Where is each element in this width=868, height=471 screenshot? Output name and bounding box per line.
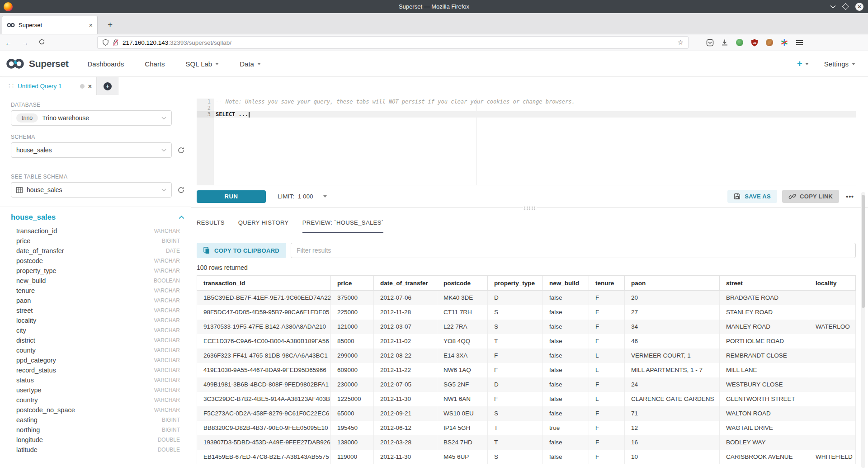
- splitter-grip-icon[interactable]: [523, 206, 537, 210]
- save-as-button[interactable]: SAVE AS: [727, 190, 777, 203]
- schema-column-row: countryVARCHAR: [11, 395, 188, 405]
- column-header[interactable]: transaction_id: [197, 276, 331, 291]
- column-header[interactable]: date_of_transfer: [374, 276, 437, 291]
- table-cell: 499B1981-3B6B-4BCD-808F-9FED9802BFA1: [197, 377, 331, 392]
- column-header[interactable]: tenure: [589, 276, 625, 291]
- results-tab-0[interactable]: RESULTS: [197, 208, 225, 233]
- chevron-down-icon: [805, 63, 809, 65]
- table-cell: 24: [625, 377, 720, 392]
- table-cell: [809, 421, 856, 435]
- table-select[interactable]: house_sales: [11, 182, 172, 198]
- schema-column-row: priceBIGINT: [11, 236, 188, 246]
- downloads-icon[interactable]: [721, 38, 729, 47]
- drag-handle-icon[interactable]: ⋮⋮: [7, 83, 14, 89]
- reload-icon[interactable]: [33, 38, 50, 47]
- chevron-down-icon: [323, 195, 327, 198]
- back-icon[interactable]: ←: [0, 39, 17, 47]
- pocket-icon[interactable]: [706, 38, 714, 47]
- filter-results-input[interactable]: [291, 243, 856, 258]
- nav-items: DashboardsChartsSQL LabData: [87, 60, 260, 68]
- table-cell: [809, 406, 856, 421]
- nav-item-dashboards[interactable]: Dashboards: [87, 60, 124, 68]
- plus-icon: +: [797, 59, 802, 68]
- column-name: latitude: [16, 446, 158, 453]
- more-options-icon[interactable]: •••: [844, 193, 856, 200]
- database-select[interactable]: trino Trino warehouse: [11, 110, 172, 126]
- results-tab-1[interactable]: QUERY HISTORY: [238, 208, 289, 233]
- column-header[interactable]: price: [331, 276, 374, 291]
- sql-editor[interactable]: 1 -- Note: Unless you save your query, t…: [197, 99, 856, 185]
- window-maximize-icon[interactable]: [842, 3, 849, 10]
- column-name: paon: [16, 297, 154, 304]
- copy-link-button[interactable]: COPY LINK: [782, 190, 839, 203]
- bookmark-star-icon[interactable]: ☆: [678, 38, 684, 47]
- table-name-heading[interactable]: house_sales: [11, 213, 179, 221]
- superset-navbar: Superset DashboardsChartsSQL LabData + S…: [0, 51, 868, 77]
- menu-hamburger-icon[interactable]: [795, 38, 803, 47]
- column-name: county: [16, 347, 154, 354]
- column-name: longitude: [16, 436, 158, 443]
- schema-column-row: latitudeDOUBLE: [11, 445, 188, 455]
- refresh-schema-icon[interactable]: [177, 146, 185, 154]
- column-header[interactable]: property_type: [488, 276, 543, 291]
- query-tab-close-icon[interactable]: ×: [88, 83, 92, 90]
- browser-tab-close-icon[interactable]: ×: [89, 22, 93, 29]
- results-scrollbar[interactable]: [861, 192, 865, 468]
- table-cell: S: [488, 406, 543, 421]
- settings-menu[interactable]: Settings: [824, 60, 855, 68]
- schema-select[interactable]: house_sales: [11, 142, 172, 158]
- window-minimize-icon[interactable]: [830, 5, 836, 9]
- column-header[interactable]: new_build: [543, 276, 589, 291]
- nav-item-charts[interactable]: Charts: [145, 60, 165, 68]
- cookie-extension-icon[interactable]: [765, 38, 774, 47]
- table-cell: STANLEY ROAD: [720, 305, 809, 320]
- nav-item-data[interactable]: Data: [240, 60, 261, 68]
- results-scrollbar-thumb[interactable]: [862, 195, 865, 308]
- query-tab-active[interactable]: ⋮⋮ Untitled Query 1 ×: [2, 77, 97, 95]
- copy-to-clipboard-label: COPY TO CLIPBOARD: [214, 247, 279, 254]
- limit-dropdown[interactable]: LIMIT: 1 000: [278, 193, 327, 200]
- column-name: transaction_id: [16, 227, 154, 235]
- column-type: VARCHAR: [154, 307, 180, 314]
- column-type: VARCHAR: [154, 347, 180, 353]
- database-type-pill: trino: [16, 113, 38, 122]
- column-header[interactable]: postcode: [437, 276, 488, 291]
- sidebar-divider: [0, 207, 191, 207]
- column-header[interactable]: locality: [809, 276, 856, 291]
- table-cell: L22 7RA: [437, 320, 488, 334]
- line-number: 3: [197, 111, 214, 118]
- superset-brand[interactable]: Superset: [5, 57, 68, 70]
- run-button[interactable]: RUN: [197, 190, 266, 203]
- browser-tab[interactable]: Superset ×: [2, 16, 98, 34]
- table-cell: [809, 363, 856, 377]
- window-close-icon[interactable]: ×: [855, 3, 863, 11]
- table-grid-icon: [16, 187, 23, 193]
- table-cell: MK40 3DE: [437, 291, 488, 305]
- collapse-chevron-up-icon[interactable]: [179, 216, 184, 219]
- add-query-tab-button[interactable]: +: [104, 82, 112, 90]
- refresh-table-icon[interactable]: [177, 186, 185, 194]
- copy-to-clipboard-button[interactable]: COPY TO CLIPBOARD: [197, 243, 286, 258]
- table-cell: REMBRANDT CLOSE: [720, 349, 809, 363]
- add-new-button[interactable]: +: [797, 59, 809, 68]
- column-header[interactable]: paon: [625, 276, 720, 291]
- shield-icon[interactable]: [102, 39, 109, 46]
- results-tab-active[interactable]: PREVIEW: `HOUSE_SALES`: [302, 208, 384, 233]
- column-header[interactable]: street: [720, 276, 809, 291]
- new-tab-button[interactable]: +: [105, 16, 115, 34]
- forward-icon[interactable]: →: [17, 39, 33, 47]
- pane-splitter[interactable]: [191, 207, 868, 208]
- column-name: street: [16, 307, 154, 314]
- extension-green-icon[interactable]: [736, 38, 744, 47]
- asterisk-extension-icon[interactable]: [780, 38, 788, 47]
- url-bar[interactable]: 217.160.120.143:32393/superset/sqllab/ ☆: [97, 36, 689, 49]
- insecure-lock-icon[interactable]: [113, 39, 119, 46]
- table-cell: false: [543, 406, 589, 421]
- nav-item-sql-lab[interactable]: SQL Lab: [186, 60, 219, 68]
- table-cell: false: [543, 363, 589, 377]
- schema-column-row: ppd_categoryVARCHAR: [11, 355, 188, 365]
- ublock-shield-icon[interactable]: uB: [750, 38, 759, 47]
- table-cell: WS10 0EU: [437, 406, 488, 421]
- limit-value: 1 000: [298, 193, 313, 200]
- schema-column-row: streetVARCHAR: [11, 306, 188, 316]
